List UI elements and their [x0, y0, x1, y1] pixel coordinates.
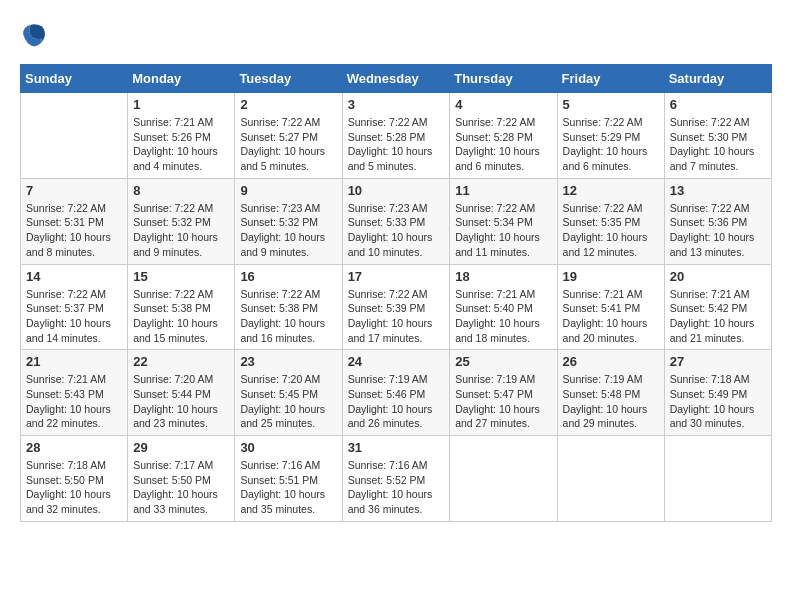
day-number: 28: [26, 440, 122, 455]
calendar-cell: 20Sunrise: 7:21 AM Sunset: 5:42 PM Dayli…: [664, 264, 771, 350]
day-info: Sunrise: 7:17 AM Sunset: 5:50 PM Dayligh…: [133, 458, 229, 517]
day-number: 17: [348, 269, 445, 284]
calendar-week-row: 7Sunrise: 7:22 AM Sunset: 5:31 PM Daylig…: [21, 178, 772, 264]
day-number: 6: [670, 97, 766, 112]
calendar-week-row: 14Sunrise: 7:22 AM Sunset: 5:37 PM Dayli…: [21, 264, 772, 350]
day-info: Sunrise: 7:22 AM Sunset: 5:36 PM Dayligh…: [670, 201, 766, 260]
day-info: Sunrise: 7:21 AM Sunset: 5:42 PM Dayligh…: [670, 287, 766, 346]
calendar-cell: 21Sunrise: 7:21 AM Sunset: 5:43 PM Dayli…: [21, 350, 128, 436]
calendar-cell: 2Sunrise: 7:22 AM Sunset: 5:27 PM Daylig…: [235, 93, 342, 179]
day-info: Sunrise: 7:22 AM Sunset: 5:32 PM Dayligh…: [133, 201, 229, 260]
day-info: Sunrise: 7:22 AM Sunset: 5:37 PM Dayligh…: [26, 287, 122, 346]
calendar-cell: 8Sunrise: 7:22 AM Sunset: 5:32 PM Daylig…: [128, 178, 235, 264]
calendar-cell: 30Sunrise: 7:16 AM Sunset: 5:51 PM Dayli…: [235, 436, 342, 522]
day-info: Sunrise: 7:21 AM Sunset: 5:41 PM Dayligh…: [563, 287, 659, 346]
calendar-cell: 29Sunrise: 7:17 AM Sunset: 5:50 PM Dayli…: [128, 436, 235, 522]
page-header: [20, 20, 772, 48]
calendar-cell: 28Sunrise: 7:18 AM Sunset: 5:50 PM Dayli…: [21, 436, 128, 522]
header-monday: Monday: [128, 65, 235, 93]
day-info: Sunrise: 7:22 AM Sunset: 5:39 PM Dayligh…: [348, 287, 445, 346]
header-saturday: Saturday: [664, 65, 771, 93]
day-number: 23: [240, 354, 336, 369]
calendar-cell: 3Sunrise: 7:22 AM Sunset: 5:28 PM Daylig…: [342, 93, 450, 179]
calendar-cell: 10Sunrise: 7:23 AM Sunset: 5:33 PM Dayli…: [342, 178, 450, 264]
day-info: Sunrise: 7:18 AM Sunset: 5:50 PM Dayligh…: [26, 458, 122, 517]
calendar-cell: 24Sunrise: 7:19 AM Sunset: 5:46 PM Dayli…: [342, 350, 450, 436]
day-number: 5: [563, 97, 659, 112]
calendar-cell: 15Sunrise: 7:22 AM Sunset: 5:38 PM Dayli…: [128, 264, 235, 350]
calendar-cell: [450, 436, 557, 522]
day-number: 13: [670, 183, 766, 198]
day-info: Sunrise: 7:22 AM Sunset: 5:30 PM Dayligh…: [670, 115, 766, 174]
day-info: Sunrise: 7:21 AM Sunset: 5:26 PM Dayligh…: [133, 115, 229, 174]
calendar-cell: 19Sunrise: 7:21 AM Sunset: 5:41 PM Dayli…: [557, 264, 664, 350]
day-info: Sunrise: 7:23 AM Sunset: 5:33 PM Dayligh…: [348, 201, 445, 260]
header-friday: Friday: [557, 65, 664, 93]
day-info: Sunrise: 7:16 AM Sunset: 5:51 PM Dayligh…: [240, 458, 336, 517]
calendar-cell: 22Sunrise: 7:20 AM Sunset: 5:44 PM Dayli…: [128, 350, 235, 436]
calendar-cell: 13Sunrise: 7:22 AM Sunset: 5:36 PM Dayli…: [664, 178, 771, 264]
day-info: Sunrise: 7:18 AM Sunset: 5:49 PM Dayligh…: [670, 372, 766, 431]
calendar-cell: 27Sunrise: 7:18 AM Sunset: 5:49 PM Dayli…: [664, 350, 771, 436]
header-wednesday: Wednesday: [342, 65, 450, 93]
calendar-cell: 31Sunrise: 7:16 AM Sunset: 5:52 PM Dayli…: [342, 436, 450, 522]
day-number: 27: [670, 354, 766, 369]
day-number: 25: [455, 354, 551, 369]
day-number: 10: [348, 183, 445, 198]
day-info: Sunrise: 7:19 AM Sunset: 5:47 PM Dayligh…: [455, 372, 551, 431]
day-info: Sunrise: 7:20 AM Sunset: 5:45 PM Dayligh…: [240, 372, 336, 431]
day-info: Sunrise: 7:22 AM Sunset: 5:28 PM Dayligh…: [455, 115, 551, 174]
day-info: Sunrise: 7:22 AM Sunset: 5:28 PM Dayligh…: [348, 115, 445, 174]
calendar-cell: 4Sunrise: 7:22 AM Sunset: 5:28 PM Daylig…: [450, 93, 557, 179]
day-info: Sunrise: 7:16 AM Sunset: 5:52 PM Dayligh…: [348, 458, 445, 517]
calendar-cell: 6Sunrise: 7:22 AM Sunset: 5:30 PM Daylig…: [664, 93, 771, 179]
day-info: Sunrise: 7:22 AM Sunset: 5:38 PM Dayligh…: [240, 287, 336, 346]
calendar-header-row: SundayMondayTuesdayWednesdayThursdayFrid…: [21, 65, 772, 93]
calendar-week-row: 28Sunrise: 7:18 AM Sunset: 5:50 PM Dayli…: [21, 436, 772, 522]
calendar-cell: 18Sunrise: 7:21 AM Sunset: 5:40 PM Dayli…: [450, 264, 557, 350]
day-info: Sunrise: 7:19 AM Sunset: 5:46 PM Dayligh…: [348, 372, 445, 431]
header-thursday: Thursday: [450, 65, 557, 93]
calendar-week-row: 1Sunrise: 7:21 AM Sunset: 5:26 PM Daylig…: [21, 93, 772, 179]
day-info: Sunrise: 7:23 AM Sunset: 5:32 PM Dayligh…: [240, 201, 336, 260]
logo-icon: [20, 20, 48, 48]
day-number: 18: [455, 269, 551, 284]
day-number: 16: [240, 269, 336, 284]
calendar-cell: 25Sunrise: 7:19 AM Sunset: 5:47 PM Dayli…: [450, 350, 557, 436]
day-info: Sunrise: 7:22 AM Sunset: 5:38 PM Dayligh…: [133, 287, 229, 346]
day-info: Sunrise: 7:22 AM Sunset: 5:27 PM Dayligh…: [240, 115, 336, 174]
day-info: Sunrise: 7:22 AM Sunset: 5:31 PM Dayligh…: [26, 201, 122, 260]
calendar-cell: 26Sunrise: 7:19 AM Sunset: 5:48 PM Dayli…: [557, 350, 664, 436]
calendar-table: SundayMondayTuesdayWednesdayThursdayFrid…: [20, 64, 772, 522]
calendar-cell: 12Sunrise: 7:22 AM Sunset: 5:35 PM Dayli…: [557, 178, 664, 264]
calendar-cell: 23Sunrise: 7:20 AM Sunset: 5:45 PM Dayli…: [235, 350, 342, 436]
day-number: 30: [240, 440, 336, 455]
day-number: 31: [348, 440, 445, 455]
day-number: 9: [240, 183, 336, 198]
day-number: 22: [133, 354, 229, 369]
calendar-cell: 5Sunrise: 7:22 AM Sunset: 5:29 PM Daylig…: [557, 93, 664, 179]
calendar-cell: 7Sunrise: 7:22 AM Sunset: 5:31 PM Daylig…: [21, 178, 128, 264]
calendar-cell: 1Sunrise: 7:21 AM Sunset: 5:26 PM Daylig…: [128, 93, 235, 179]
day-info: Sunrise: 7:20 AM Sunset: 5:44 PM Dayligh…: [133, 372, 229, 431]
day-number: 19: [563, 269, 659, 284]
day-info: Sunrise: 7:21 AM Sunset: 5:40 PM Dayligh…: [455, 287, 551, 346]
calendar-cell: 9Sunrise: 7:23 AM Sunset: 5:32 PM Daylig…: [235, 178, 342, 264]
calendar-cell: 11Sunrise: 7:22 AM Sunset: 5:34 PM Dayli…: [450, 178, 557, 264]
day-number: 3: [348, 97, 445, 112]
day-number: 2: [240, 97, 336, 112]
day-number: 14: [26, 269, 122, 284]
header-sunday: Sunday: [21, 65, 128, 93]
day-number: 26: [563, 354, 659, 369]
day-number: 29: [133, 440, 229, 455]
logo: [20, 20, 54, 48]
day-number: 8: [133, 183, 229, 198]
day-number: 15: [133, 269, 229, 284]
day-info: Sunrise: 7:22 AM Sunset: 5:29 PM Dayligh…: [563, 115, 659, 174]
day-number: 20: [670, 269, 766, 284]
header-tuesday: Tuesday: [235, 65, 342, 93]
day-info: Sunrise: 7:22 AM Sunset: 5:35 PM Dayligh…: [563, 201, 659, 260]
calendar-cell: [557, 436, 664, 522]
calendar-cell: 16Sunrise: 7:22 AM Sunset: 5:38 PM Dayli…: [235, 264, 342, 350]
calendar-cell: 17Sunrise: 7:22 AM Sunset: 5:39 PM Dayli…: [342, 264, 450, 350]
